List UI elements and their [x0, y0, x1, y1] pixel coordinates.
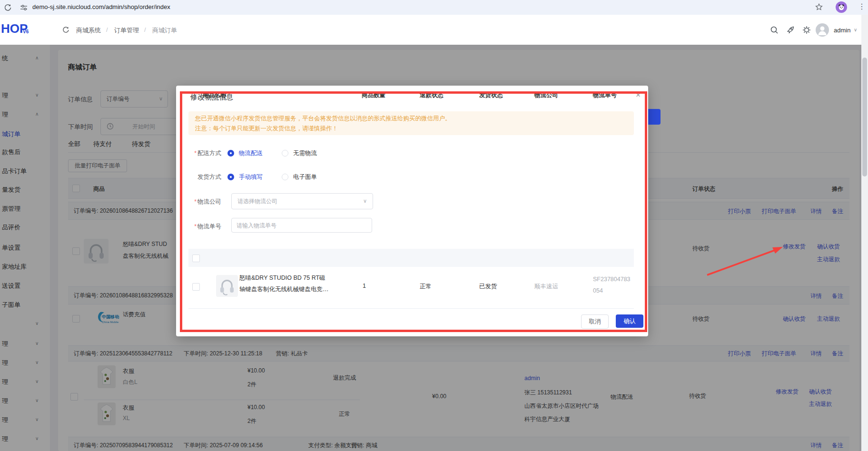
warning-line1: 您已开通微信小程序发货信息管理服务，平台会将发货信息以消息的形式推送给购买的微信…: [195, 115, 451, 123]
delivery-option-none[interactable]: 无需物流: [293, 149, 317, 157]
gear-icon[interactable]: [802, 26, 811, 34]
modal-row-divider: [188, 308, 634, 309]
app-header: HOP V6 商城系统 / 订单管理 / 商城订单 admin ∨: [0, 15, 861, 45]
modal-product-qty: 1: [363, 283, 366, 289]
screen: demo-sj.site.niucloud.com/admin/shop/ord…: [0, 0, 868, 451]
reload-icon[interactable]: [4, 3, 12, 11]
search-icon[interactable]: [770, 26, 779, 34]
breadcrumb-separator: /: [140, 26, 150, 33]
modify-logistics-modal: 修改物流信息 × 您已开通微信小程序发货信息管理服务，平台会将发货信息以消息的形…: [176, 86, 648, 336]
close-icon[interactable]: ×: [636, 90, 641, 100]
ship-option-manual[interactable]: 手动填写: [239, 173, 263, 181]
modal-column-company: 物流公司: [534, 91, 558, 99]
radio-unselected-icon[interactable]: [282, 174, 288, 180]
username-label[interactable]: admin: [834, 27, 850, 34]
delivery-option-logistics[interactable]: 物流配送: [239, 149, 263, 157]
modal-refund-status: 正常: [420, 283, 432, 291]
refresh-icon[interactable]: [62, 26, 69, 34]
browser-menu-icon[interactable]: ⋮: [858, 2, 866, 11]
panda-icon: [836, 1, 847, 13]
chevron-down-icon: ∨: [363, 198, 367, 204]
person-icon: [816, 23, 829, 37]
scrollbar-thumb[interactable]: [862, 58, 867, 176]
modal-column-name: 商品名称: [203, 91, 227, 99]
modal-tracking-number-line1: SF237804783: [593, 276, 631, 283]
site-settings-icon[interactable]: [20, 4, 28, 11]
logistics-company-select[interactable]: 请选择物流公司 ∨: [231, 193, 373, 209]
product-image-headphone: [216, 275, 238, 297]
chevron-down-icon[interactable]: ∨: [854, 27, 857, 32]
browser-bar: demo-sj.site.niucloud.com/admin/shop/ord…: [0, 0, 868, 15]
ship-option-ewaybill[interactable]: 电子面单: [293, 173, 317, 181]
tracking-number-label: *物流单号: [178, 223, 221, 231]
modal-column-ship: 发货状态: [479, 91, 503, 99]
radio-selected-icon[interactable]: [227, 150, 234, 157]
bookmark-star-icon[interactable]: [815, 3, 823, 11]
cancel-button[interactable]: 取消: [581, 314, 609, 329]
modal-ship-status: 已发货: [479, 283, 497, 291]
breadcrumb-item-order-mgmt[interactable]: 订单管理: [114, 26, 139, 35]
modal-product-name-line1: 怒喵&DRY STUDIO BD 75 RT磁: [239, 274, 326, 282]
scrollbar-track[interactable]: [861, 15, 868, 451]
modal-logistics-company: 顺丰速运: [534, 283, 558, 291]
warning-banner: 您已开通微信小程序发货信息管理服务，平台会将发货信息以消息的形式推送给购买的微信…: [188, 111, 634, 135]
breadcrumb-item-system[interactable]: 商城系统: [76, 26, 101, 35]
headphone-icon: [216, 275, 238, 297]
warning-line2: 注意：每个订单只能更新一次发货信息，请谨慎操作！: [195, 125, 338, 133]
ship-method-label: 发货方式: [178, 173, 221, 181]
modal-tracking-number-line2: 054: [593, 287, 603, 294]
modal-column-qty: 商品数量: [362, 91, 385, 99]
breadcrumb-separator: /: [102, 26, 112, 33]
radio-selected-icon[interactable]: [227, 174, 234, 180]
breadcrumb-item-mall-order: 商城订单: [152, 26, 177, 35]
modal-select-all-checkbox[interactable]: [192, 255, 200, 262]
user-avatar[interactable]: [816, 23, 829, 37]
radio-unselected-icon[interactable]: [282, 150, 288, 157]
rocket-icon[interactable]: [786, 26, 795, 34]
modal-table-header: [188, 249, 634, 267]
modal-column-refund: 退款状态: [420, 91, 444, 99]
app-logo-version: V6: [23, 29, 29, 34]
modal-row-checkbox[interactable]: [192, 283, 200, 291]
modal-product-name-line2: 轴键盘客制化无线机械键盘电竞…: [239, 285, 329, 294]
confirm-button[interactable]: 确认: [616, 314, 643, 328]
modal-column-trackno: 物流单号: [593, 91, 617, 99]
browser-profile-avatar[interactable]: [836, 1, 847, 13]
tracking-number-input[interactable]: [231, 218, 372, 233]
delivery-method-label: *配送方式: [178, 149, 221, 157]
logistics-company-label: *物流公司: [178, 198, 221, 206]
logistics-company-placeholder: 请选择物流公司: [237, 197, 277, 206]
url-bar[interactable]: demo-sj.site.niucloud.com/admin/shop/ord…: [32, 3, 170, 10]
